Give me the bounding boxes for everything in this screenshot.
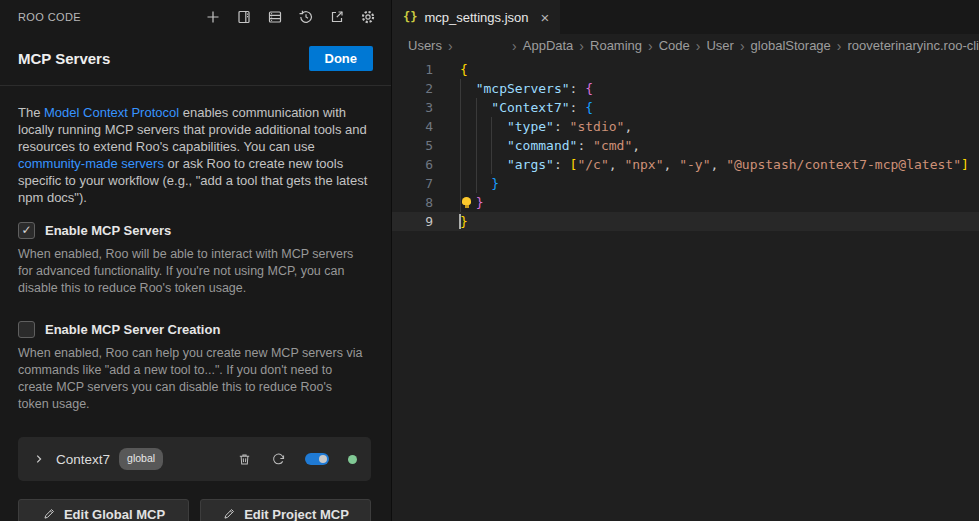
line-text: } — [460, 174, 499, 193]
enable-mcp-creation-description: When enabled, Roo can help you create ne… — [18, 345, 364, 413]
history-icon[interactable] — [297, 8, 315, 26]
indent-guide — [460, 117, 461, 136]
code-line[interactable]: 5 "command": "cmd", — [392, 136, 979, 155]
code-token: "args" — [507, 157, 554, 172]
tab-filename: mcp_settings.json — [424, 10, 528, 25]
code-line[interactable]: 8 } — [392, 193, 979, 212]
indent-guide — [476, 117, 477, 136]
indent-guide — [491, 155, 492, 174]
code-token: "-y" — [679, 157, 710, 172]
chevron-right-icon[interactable] — [32, 452, 46, 466]
enable-mcp-servers-checkbox[interactable]: ✓ — [18, 222, 35, 239]
code-token: { — [585, 100, 593, 115]
code-line[interactable]: 4 "type": "stdio", — [392, 117, 979, 136]
code-token: , — [609, 157, 625, 172]
line-number: 4 — [392, 117, 433, 136]
edit-project-mcp-button[interactable]: Edit Project MCP — [200, 499, 371, 521]
pencil-icon — [222, 507, 236, 521]
server-name: Context7 — [56, 451, 110, 468]
edit-global-mcp-label: Edit Global MCP — [64, 507, 165, 521]
line-number: 8 — [392, 193, 433, 212]
breadcrumb-separator: › — [837, 38, 842, 54]
trash-icon[interactable] — [237, 452, 252, 467]
code-token: "stdio" — [570, 119, 625, 134]
enable-mcp-servers-label: Enable MCP Servers — [45, 222, 171, 239]
line-text: } — [460, 212, 468, 231]
code-line[interactable]: 7 } — [392, 174, 979, 193]
breadcrumb-item[interactable]: User — [706, 38, 733, 53]
indent-guide — [476, 155, 477, 174]
code-token: ] — [961, 157, 969, 172]
close-icon[interactable]: × — [541, 10, 550, 25]
code-token: , — [711, 157, 727, 172]
code-token: : — [570, 81, 586, 96]
indent-guide — [491, 136, 492, 155]
code-token: "cmd" — [593, 138, 632, 153]
code-line[interactable]: 9} — [392, 212, 979, 231]
line-number: 9 — [392, 212, 433, 231]
code-editor[interactable]: 1{2 "mcpServers": {3 "Context7": {4 "typ… — [392, 57, 979, 521]
line-text: { — [460, 60, 468, 79]
server-enabled-toggle[interactable] — [305, 453, 329, 465]
plus-icon[interactable] — [204, 8, 222, 26]
intro-text: The — [18, 105, 44, 120]
breadcrumb-item[interactable]: globalStorage — [751, 38, 831, 53]
code-token: : — [577, 138, 593, 153]
code-token: "@upstash/context7-mcp@latest" — [726, 157, 961, 172]
breadcrumb-separator: › — [579, 38, 584, 54]
code-line[interactable]: 2 "mcpServers": { — [392, 79, 979, 98]
line-number: 7 — [392, 174, 433, 193]
code-token: "npx" — [624, 157, 663, 172]
breadcrumb-item[interactable]: Roaming — [590, 38, 642, 53]
notebook-icon[interactable] — [235, 8, 253, 26]
indent-guide — [460, 193, 461, 212]
done-button[interactable]: Done — [309, 46, 374, 71]
indent-guide — [476, 98, 477, 117]
editor-pane: {} mcp_settings.json × Users››AppData›Ro… — [392, 0, 979, 521]
line-text: "Context7": { — [460, 98, 593, 117]
tab-mcp-settings[interactable]: {} mcp_settings.json × — [392, 0, 560, 34]
line-text: "command": "cmd", — [460, 136, 640, 155]
code-token: "mcpServers" — [476, 81, 570, 96]
server-icon[interactable] — [266, 8, 284, 26]
code-line[interactable]: 6 "args": ["/c", "npx", "-y", "@upstash/… — [392, 155, 979, 174]
line-number: 1 — [392, 60, 433, 79]
community-made-servers-link[interactable]: community-made servers — [18, 156, 164, 171]
intro-paragraph: The Model Context Protocol enables commu… — [18, 104, 371, 206]
popout-icon[interactable] — [328, 8, 346, 26]
editor-tabbar: {} mcp_settings.json × — [392, 0, 979, 34]
code-line[interactable]: 1{ — [392, 60, 979, 79]
breadcrumb-item[interactable]: rooveterinaryinc.roo-cli — [848, 38, 979, 53]
mcp-server-row[interactable]: Context7 global — [18, 437, 371, 481]
code-token: } — [476, 195, 484, 210]
breadcrumb-item[interactable]: AppData — [523, 38, 574, 53]
breadcrumb-item[interactable]: Code — [659, 38, 690, 53]
refresh-icon[interactable] — [271, 452, 286, 467]
server-row-actions — [237, 452, 357, 467]
enable-mcp-servers-description: When enabled, Roo will be able to intera… — [18, 246, 364, 297]
edit-global-mcp-button[interactable]: Edit Global MCP — [18, 499, 189, 521]
line-text: "mcpServers": { — [460, 79, 593, 98]
enable-mcp-creation-checkbox[interactable] — [18, 321, 35, 338]
lightbulb-icon[interactable] — [462, 197, 471, 205]
breadcrumb-separator: › — [448, 38, 453, 54]
pencil-icon — [42, 507, 56, 521]
indent-guide — [460, 136, 461, 155]
server-status-dot — [348, 455, 357, 464]
breadcrumb-item[interactable]: Users — [408, 38, 442, 53]
gear-icon[interactable] — [359, 8, 377, 26]
indent-guide — [476, 174, 477, 193]
panel-brand: ROO CODE — [18, 11, 81, 23]
edit-project-mcp-label: Edit Project MCP — [244, 507, 349, 521]
code-token: "/c" — [577, 157, 608, 172]
model-context-protocol-link[interactable]: Model Context Protocol — [44, 105, 179, 120]
mcp-edit-actions: Edit Global MCP Edit Project MCP — [18, 499, 371, 521]
line-text: "args": ["/c", "npx", "-y", "@upstash/co… — [460, 155, 969, 174]
code-token: : — [554, 119, 570, 134]
code-line[interactable]: 3 "Context7": { — [392, 98, 979, 117]
line-number: 6 — [392, 155, 433, 174]
server-scope-badge: global — [119, 448, 163, 470]
code-token: } — [491, 176, 499, 191]
line-number: 3 — [392, 98, 433, 117]
code-token: , — [624, 119, 632, 134]
